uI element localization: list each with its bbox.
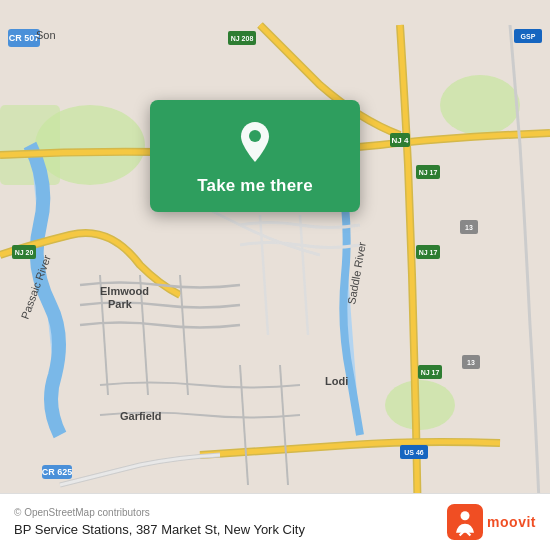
svg-text:NJ 17: NJ 17: [419, 169, 438, 176]
svg-point-39: [249, 130, 261, 142]
moovit-text: moovit: [487, 514, 536, 530]
svg-point-41: [461, 511, 470, 520]
location-pin-icon: [231, 118, 279, 166]
svg-text:NJ 20: NJ 20: [15, 249, 34, 256]
svg-text:GSP: GSP: [521, 33, 536, 40]
take-me-there-label: Take me there: [197, 176, 313, 196]
svg-text:Lodi: Lodi: [325, 375, 348, 387]
copyright-text: © OpenStreetMap contributors: [14, 507, 447, 518]
svg-text:US 46: US 46: [404, 449, 424, 456]
svg-text:CR 625: CR 625: [42, 467, 73, 477]
svg-text:Garfield: Garfield: [120, 410, 162, 422]
svg-text:NJ 17: NJ 17: [419, 249, 438, 256]
svg-text:Elmwood: Elmwood: [100, 285, 149, 297]
bottom-text: © OpenStreetMap contributors BP Service …: [14, 507, 447, 537]
bottom-bar: © OpenStreetMap contributors BP Service …: [0, 493, 550, 550]
svg-point-3: [385, 380, 455, 430]
svg-text:Son: Son: [36, 29, 56, 41]
svg-text:CR 507: CR 507: [9, 33, 40, 43]
svg-rect-40: [447, 504, 483, 540]
svg-text:13: 13: [467, 359, 475, 366]
svg-text:NJ 17: NJ 17: [421, 369, 440, 376]
moovit-logo: moovit: [447, 504, 536, 540]
svg-text:Park: Park: [108, 298, 133, 310]
svg-point-2: [440, 75, 520, 135]
moovit-icon: [447, 504, 483, 540]
svg-text:NJ 4: NJ 4: [392, 136, 409, 145]
map-container: CR 507 NJ 4 NJ 4 NJ 20 NJ 208 GSP NJ 17 …: [0, 0, 550, 550]
take-me-there-card[interactable]: Take me there: [150, 100, 360, 212]
place-name: BP Service Stations, 387 Market St, New …: [14, 522, 447, 537]
svg-text:13: 13: [465, 224, 473, 231]
svg-text:NJ 208: NJ 208: [231, 35, 254, 42]
